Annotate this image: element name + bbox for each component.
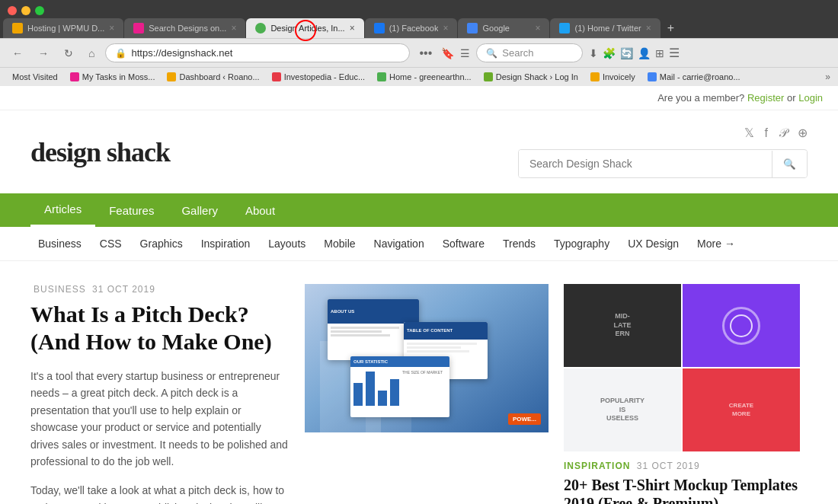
nav-articles[interactable]: Articles <box>30 193 95 227</box>
header-right: 𝕏 f 𝒫 ⊕ 🔍 <box>518 126 808 178</box>
subnav-more[interactable]: More → <box>689 233 743 254</box>
sync-icon[interactable]: 🔄 <box>620 47 633 59</box>
tab-title: (1) Facebook <box>389 24 439 33</box>
tab-search-designs[interactable]: Search Designs on... × <box>124 18 245 38</box>
site-search-button[interactable]: 🔍 <box>772 151 807 177</box>
subnav-trends[interactable]: Trends <box>495 233 543 254</box>
bookmark-favicon <box>272 72 281 81</box>
tab-close-button[interactable]: × <box>109 23 114 33</box>
bookmark-greenearth[interactable]: Home - greenearthn... <box>373 71 476 83</box>
forward-button[interactable]: → <box>34 44 53 62</box>
home-button[interactable]: ⌂ <box>84 44 99 62</box>
subnav-typography[interactable]: Typography <box>546 233 617 254</box>
tab-favicon <box>133 23 144 33</box>
tab-title: Google <box>482 24 530 33</box>
side-card-title[interactable]: 20+ Best T-Shirt Mockup Templates 2019 (… <box>564 476 800 504</box>
tab-bar: Hosting | WPMU D... × Search Designs on.… <box>0 18 838 38</box>
pinterest-icon[interactable]: 𝒫 <box>779 126 787 140</box>
back-button[interactable]: ← <box>8 44 27 62</box>
bookmark-invoicely[interactable]: Invoicely <box>586 71 640 83</box>
subnav-software[interactable]: Software <box>435 233 492 254</box>
side-card-category: INSPIRATION 31 OCT 2019 <box>564 461 800 471</box>
bookmark-investopedia[interactable]: Investopedia - Educ... <box>267 71 369 83</box>
bookmarks-bar: Most Visited My Tasks in Moss... Dashboa… <box>0 67 838 86</box>
or-text: or <box>787 92 796 104</box>
subnav-layouts[interactable]: Layouts <box>261 233 313 254</box>
tab-facebook[interactable]: (1) Facebook × <box>365 18 458 38</box>
tab-close-button[interactable]: × <box>535 23 540 33</box>
new-tab-button[interactable]: + <box>661 18 680 38</box>
bookmark-my-tasks[interactable]: My Tasks in Moss... <box>66 71 160 83</box>
nav-about[interactable]: About <box>232 195 289 226</box>
search-placeholder: Search <box>502 47 533 59</box>
minimize-window-button[interactable] <box>21 6 30 15</box>
bookmark-favicon <box>167 72 176 81</box>
tshirt-3: POPULARITYISUSELESS <box>564 368 681 451</box>
subnav-navigation[interactable]: Navigation <box>366 233 432 254</box>
register-link[interactable]: Register <box>747 92 784 104</box>
tab-google[interactable]: Google × <box>458 18 549 38</box>
login-link[interactable]: Login <box>798 92 823 104</box>
tshirt-1: MID-LATEERN <box>564 284 681 367</box>
reload-button[interactable]: ↻ <box>59 44 78 62</box>
content-area: BUSINESS 31 OCT 2019 What Is a Pitch Dec… <box>0 261 838 504</box>
site-search[interactable]: 🔍 <box>518 149 808 178</box>
side-article-image[interactable]: MID-LATEERN POPULARITYISUSELESS CREATEMO… <box>564 284 800 451</box>
article-excerpt-1: It's a tool that every startup business … <box>30 368 289 470</box>
tab-close-button[interactable]: × <box>443 23 448 33</box>
article-excerpt-2: Today, we'll take a look at what a pitch… <box>30 482 289 504</box>
tab-favicon <box>255 23 266 33</box>
address-bar[interactable]: 🔒 https://designshack.net <box>105 43 410 62</box>
bookmark-label: Mail - carrie@roano... <box>660 72 740 81</box>
subnav-graphics[interactable]: Graphics <box>133 233 190 254</box>
twitter-icon[interactable]: 𝕏 <box>744 126 754 140</box>
site-header: design shack 𝕏 f 𝒫 ⊕ 🔍 <box>0 110 838 193</box>
download-icon[interactable]: ⬇ <box>589 47 598 59</box>
bookmark-favicon <box>70 72 79 81</box>
browser-menu-button[interactable]: ☰ <box>669 46 680 60</box>
reader-icon[interactable]: ☰ <box>460 47 470 59</box>
bookmark-label: Dashboard ‹ Roano... <box>179 72 259 81</box>
bookmark-favicon <box>484 72 493 81</box>
tab-close-button[interactable]: × <box>231 23 236 33</box>
subnav-inspiration[interactable]: Inspiration <box>194 233 258 254</box>
subnav-mobile[interactable]: Mobile <box>316 233 363 254</box>
extensions-icon[interactable]: 🧩 <box>603 47 616 59</box>
bookmark-designshack[interactable]: Design Shack › Log In <box>479 71 583 83</box>
tab-hosting[interactable]: Hosting | WPMU D... × <box>3 18 123 38</box>
site-search-input[interactable] <box>519 150 772 177</box>
subnav-css[interactable]: CSS <box>92 233 130 254</box>
bookmark-dashboard[interactable]: Dashboard ‹ Roano... <box>162 71 264 83</box>
website-content: Are you a member? Register or Login desi… <box>0 86 838 504</box>
bookmark-label: Invoicely <box>603 72 635 81</box>
bookmark-favicon <box>648 72 657 81</box>
nav-features[interactable]: Features <box>95 195 168 226</box>
tab-design-articles[interactable]: Design Articles, In... × <box>246 18 363 38</box>
bookmarks-more-button[interactable]: » <box>825 72 830 82</box>
featured-image[interactable]: ABOUT US TABLE OF CONTENT <box>305 284 549 432</box>
bookmark-icon[interactable]: 🔖 <box>441 47 454 59</box>
article-date: 31 OCT 2019 <box>92 284 155 295</box>
tab-close-button[interactable]: × <box>350 23 355 33</box>
article-title[interactable]: What Is a Pitch Deck? (And How to Make O… <box>30 301 289 356</box>
subnav-ux-design[interactable]: UX Design <box>620 233 686 254</box>
side-article: MID-LATEERN POPULARITYISUSELESS CREATEMO… <box>564 284 800 504</box>
rss-icon[interactable]: ⊕ <box>798 126 808 140</box>
profile-icon[interactable]: 👤 <box>638 47 651 59</box>
nav-gallery[interactable]: Gallery <box>168 195 232 226</box>
browser-chrome: Hosting | WPMU D... × Search Designs on.… <box>0 0 838 86</box>
fullscreen-window-button[interactable] <box>35 6 44 15</box>
window-icon[interactable]: ⊞ <box>655 47 664 59</box>
bookmark-mail[interactable]: Mail - carrie@roano... <box>643 71 745 83</box>
bookmark-favicon <box>377 72 386 81</box>
tab-twitter[interactable]: (1) Home / Twitter × <box>550 18 660 38</box>
tab-close-button[interactable]: × <box>646 23 651 33</box>
tab-title: (1) Home / Twitter <box>574 24 641 33</box>
tab-favicon <box>559 23 570 33</box>
browser-search-bar[interactable]: 🔍 Search <box>476 43 583 62</box>
site-logo[interactable]: design shack <box>30 136 170 168</box>
bookmark-most-visited[interactable]: Most Visited <box>8 71 62 83</box>
subnav-business[interactable]: Business <box>30 233 89 254</box>
close-window-button[interactable] <box>8 6 17 15</box>
facebook-icon[interactable]: f <box>765 126 768 140</box>
